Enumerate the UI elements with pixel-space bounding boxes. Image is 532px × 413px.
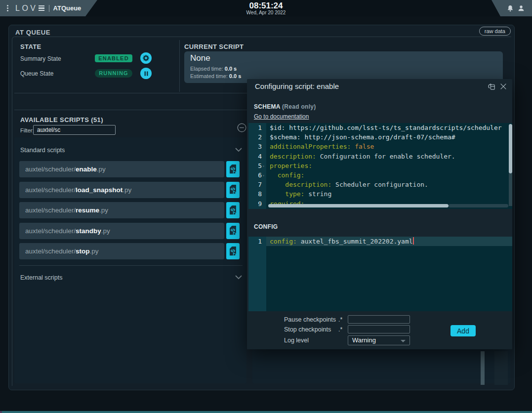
filter-label: Filter: [20,127,34,133]
hscrollbar-track [449,204,508,207]
user-icon[interactable] [517,4,525,12]
state-divider [179,40,180,92]
elapsed-time: Elapsed time: 0.0 s [190,66,237,72]
script-path[interactable]: auxtel/scheduler/enable.py [19,161,224,177]
copy-icon[interactable] [488,83,496,91]
doc-link[interactable]: Go to documentation [254,113,309,120]
bottom-widget-edge [0,411,532,413]
code-line: 7 description: Scheduler configuration. [248,180,512,189]
schema-editor[interactable]: 1$id: https://github.com/lsst-ts/ts_stan… [248,123,512,209]
launch-script-button[interactable] [226,182,240,198]
code-line: 6▾ config: [248,170,512,180]
script-launch-icon [228,164,238,175]
vscrollbar-thumb[interactable] [509,124,512,173]
code-line: 1$id: https://github.com/lsst-ts/ts_stan… [248,123,512,132]
code-line: 5▾properties: [248,161,512,170]
stop-checkpoints-label: Stop checkpoints [284,326,331,333]
summary-state-badge: ENABLED [95,54,132,62]
close-icon[interactable] [499,83,507,90]
queue-list-edge [494,351,508,385]
log-level-label: Log level [284,337,309,344]
current-script-title: CURRENT SCRIPT [184,43,244,50]
log-level-select[interactable]: Warning [348,335,410,345]
code-line: 1config: auxtel_fbs_summit_202202.yaml [248,237,512,246]
dropdown-arrow-icon [401,340,406,342]
script-path[interactable]: auxtel/scheduler/stop.py [19,243,224,259]
collapse-icon[interactable] [237,123,247,133]
launch-script-button[interactable] [226,202,240,218]
launch-script-button[interactable] [226,161,240,177]
script-launch-icon [228,246,238,257]
summary-state-label: Summary State [20,55,61,62]
summary-state-config-button[interactable] [140,52,152,64]
script-item: auxtel/scheduler/standby.py [19,223,240,239]
group-divider [19,265,243,266]
script-item: auxtel/scheduler/stop.py [19,243,240,259]
editor-gutter [248,237,266,311]
script-launch-icon [228,225,238,236]
script-path[interactable]: auxtel/scheduler/standby.py [19,223,224,239]
code-line: 4description: Configuration for enable s… [248,152,512,161]
code-line: 8 type: string [248,189,512,199]
standard-scripts-group[interactable]: Standard scripts [20,147,243,155]
gear-icon [142,54,150,62]
dialog-title: Configuring script: enable [255,82,339,90]
scrollbar-thumb[interactable] [481,351,485,385]
vscrollbar-track [509,173,512,206]
script-launch-icon [228,205,238,216]
raw-data-button[interactable]: raw data [479,27,511,36]
script-item: auxtel/scheduler/load_snapshot.py [19,182,240,198]
current-script-card: None Elapsed time: 0.0 s Estimated time:… [184,51,503,83]
state-section-title: STATE [20,43,41,50]
available-scripts-title: AVAILABLE SCRIPTS (51) [20,116,103,124]
config-editor[interactable]: 1config: auxtel_fbs_summit_202202.yaml [248,237,512,311]
launch-script-button[interactable] [226,243,240,259]
hscrollbar-thumb[interactable] [268,204,449,207]
script-launch-icon [228,184,238,195]
panel-title: AT QUEUE [15,29,50,36]
pause-icon [143,71,149,77]
configure-script-dialog: Configuring script: enable SCHEMA (Read … [247,79,512,349]
stop-checkpoints-input[interactable] [348,325,410,333]
script-path[interactable]: auxtel/scheduler/load_snapshot.py [19,182,224,198]
top-bar: LOV ATQueue 08:51:24 Wed, Apr 20 2022 [0,0,532,16]
script-item: auxtel/scheduler/resume.py [19,202,240,218]
code-line: 2$schema: http://json-schema.org/draft-0… [248,132,512,142]
pause-checkpoints-input[interactable] [348,315,410,324]
bottom-widget-corner [0,411,2,413]
launch-script-button[interactable] [226,223,240,239]
filter-input[interactable] [33,125,116,135]
estimated-time: Estimated time: 0.0 s [190,73,241,79]
clock-date: Wed, Apr 20 2022 [0,10,532,15]
chevron-down-icon [235,147,243,153]
notifications-icon[interactable] [506,4,514,12]
available-scripts-box: Standard scripts auxtel/scheduler/enable… [14,137,246,383]
pause-checkpoints-label: Pause checkpoints [284,316,336,323]
current-script-name: None [190,53,210,63]
queue-state-label: Queue State [20,70,53,77]
script-path[interactable]: auxtel/scheduler/resume.py [19,202,224,218]
schema-label: SCHEMA (Read only) [254,103,316,110]
code-line: 3additionalProperties: false [248,142,512,151]
clock: 08:51:24 Wed, Apr 20 2022 [0,1,532,15]
dialog-footer: Pause checkpoints .* Stop checkpoints .*… [247,311,512,349]
queue-pause-button[interactable] [140,68,152,79]
config-label: CONFIG [254,223,278,230]
external-scripts-group[interactable]: External scripts [20,274,243,282]
queue-state-badge: RUNNING [95,69,132,78]
chevron-down-icon [235,274,243,280]
clock-time: 08:51:24 [0,1,532,10]
script-item: auxtel/scheduler/enable.py [19,161,240,177]
add-button[interactable]: Add [450,325,476,336]
